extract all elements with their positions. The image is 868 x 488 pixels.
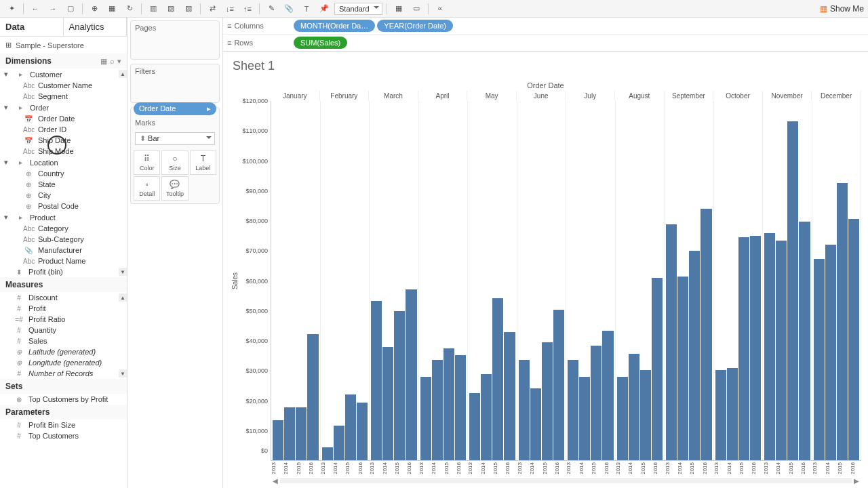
pages-shelf[interactable]: Pages [130, 20, 220, 60]
new-datasource-button[interactable]: ⊕ [87, 2, 102, 16]
field-country[interactable]: ⊕Country [0, 168, 127, 179]
field-location[interactable]: ▾▸Location [0, 157, 127, 168]
bar[interactable] [432, 360, 443, 460]
bar[interactable] [799, 222, 810, 460]
bar[interactable] [357, 403, 368, 460]
field-product[interactable]: ▾▸Product [0, 211, 127, 223]
scroll-down[interactable]: ▼ [119, 268, 127, 276]
bar[interactable] [284, 407, 295, 460]
bar[interactable] [345, 394, 356, 461]
mark-size[interactable]: ○Size [161, 150, 188, 175]
bar[interactable] [715, 370, 726, 461]
show-me-button[interactable]: ▦ Show Me [820, 4, 864, 14]
pill-month-order-da-[interactable]: MONTH(Order Da… [294, 20, 375, 32]
tableau-icon[interactable]: ✦ [4, 2, 19, 16]
bar[interactable] [371, 301, 382, 460]
bar[interactable] [689, 251, 700, 461]
bar[interactable] [406, 289, 416, 460]
group-button[interactable]: 📎 [281, 2, 296, 16]
field-top-customers[interactable]: #Top Customers [0, 430, 127, 441]
field-discount[interactable]: #Discount [0, 292, 127, 303]
bar[interactable] [825, 245, 836, 460]
bar[interactable] [530, 388, 541, 460]
view-icon[interactable]: ▦ [100, 57, 107, 66]
sheet-title[interactable]: Sheet 1 [223, 52, 868, 80]
mark-tooltip[interactable]: 💬Tooltip [161, 176, 188, 201]
field-quantity[interactable]: #Quantity [0, 325, 127, 336]
bar[interactable] [542, 342, 553, 460]
bar[interactable] [394, 311, 405, 461]
bar[interactable] [579, 377, 590, 460]
field-order[interactable]: ▾▸Order [0, 102, 127, 113]
bar[interactable] [764, 233, 775, 460]
bar[interactable] [848, 219, 859, 460]
refresh-button[interactable]: ↻ [122, 2, 137, 16]
bar[interactable] [701, 209, 711, 460]
bar[interactable] [837, 183, 848, 460]
field-customer-name[interactable]: AbcCustomer Name [0, 80, 127, 91]
filters-shelf[interactable]: Filters [130, 64, 220, 103]
bar[interactable] [553, 310, 564, 461]
text-button[interactable]: T [299, 2, 314, 16]
scroll-left[interactable]: ◀ [271, 477, 280, 485]
pill-year-order-date-[interactable]: YEAR(Order Date) [377, 20, 453, 32]
bar[interactable] [640, 370, 651, 461]
swap-button[interactable]: ⇄ [205, 2, 220, 16]
mark-detail[interactable]: ▫Detail [134, 176, 160, 201]
field-category[interactable]: AbcCategory [0, 223, 127, 234]
new-worksheet-button[interactable]: ▥ [146, 2, 161, 16]
fit-selector[interactable]: Standard [334, 3, 382, 15]
field-order-id[interactable]: AbcOrder ID [0, 124, 127, 135]
bar[interactable] [455, 355, 466, 460]
sort-asc-button[interactable]: ↓≡ [222, 2, 237, 16]
bar[interactable] [519, 360, 530, 460]
field-state[interactable]: ⊕State [0, 179, 127, 190]
scroll-up[interactable]: ▲ [119, 293, 127, 302]
presentation-button[interactable]: ▭ [409, 2, 424, 16]
field-profit-bin-[interactable]: ⬍Profit (bin) [0, 266, 127, 277]
bar[interactable] [738, 237, 749, 460]
field-ship-date[interactable]: 📅Ship Date [0, 135, 127, 146]
bar[interactable] [591, 346, 601, 461]
sort-desc-button[interactable]: ↑≡ [240, 2, 255, 16]
bar[interactable] [273, 420, 283, 460]
save-button[interactable]: ▢ [63, 2, 78, 16]
field-city[interactable]: ⊕City [0, 190, 127, 201]
rows-shelf[interactable]: ≡Rows SUM(Sales) [223, 35, 868, 52]
field-number-of-records[interactable]: #Number of Records [0, 368, 127, 379]
menu-icon[interactable]: ▾ [117, 57, 121, 66]
field-longitude-generated-[interactable]: ⊕Longitude (generated) [0, 357, 127, 368]
marks-type-selector[interactable]: ⬍ Bar [135, 132, 215, 145]
duplicate-button[interactable]: ▧ [163, 2, 178, 16]
bar[interactable] [504, 332, 515, 460]
bar[interactable] [568, 360, 578, 460]
bar[interactable] [334, 426, 344, 460]
forward-button[interactable]: → [45, 2, 60, 16]
bar[interactable] [787, 121, 798, 461]
bar[interactable] [296, 407, 307, 460]
tab-data[interactable]: Data [0, 18, 64, 36]
field-profit-bin-size[interactable]: #Profit Bin Size [0, 420, 127, 430]
chart-plot[interactable] [271, 101, 861, 461]
bar[interactable] [814, 259, 825, 460]
pill-sum-sales-[interactable]: SUM(Sales) [294, 37, 347, 49]
field-segment[interactable]: AbcSegment [0, 91, 127, 102]
bar[interactable] [602, 331, 613, 460]
field-sales[interactable]: #Sales [0, 336, 127, 346]
field-top-customers-by-profit[interactable]: ⊗Top Customers by Profit [0, 394, 127, 405]
scroll-down[interactable]: ▼ [119, 369, 127, 378]
datasource-item[interactable]: ⊞ Sample - Superstore [0, 37, 127, 54]
field-profit-ratio[interactable]: =#Profit Ratio [0, 314, 127, 325]
pin-button[interactable]: 📌 [317, 2, 332, 16]
bar[interactable] [677, 277, 688, 460]
bar[interactable] [382, 347, 393, 461]
mark-label[interactable]: TLabel [190, 150, 216, 175]
field-postal-code[interactable]: ⊕Postal Code [0, 201, 127, 211]
bar[interactable] [617, 377, 628, 460]
bar[interactable] [776, 241, 787, 460]
bar[interactable] [666, 224, 677, 460]
scroll-up[interactable]: ▲ [119, 70, 127, 78]
bar[interactable] [652, 278, 663, 460]
horizontal-scrollbar[interactable]: ◀ ▶ [271, 476, 861, 485]
show-cards-button[interactable]: ▦ [391, 2, 406, 16]
